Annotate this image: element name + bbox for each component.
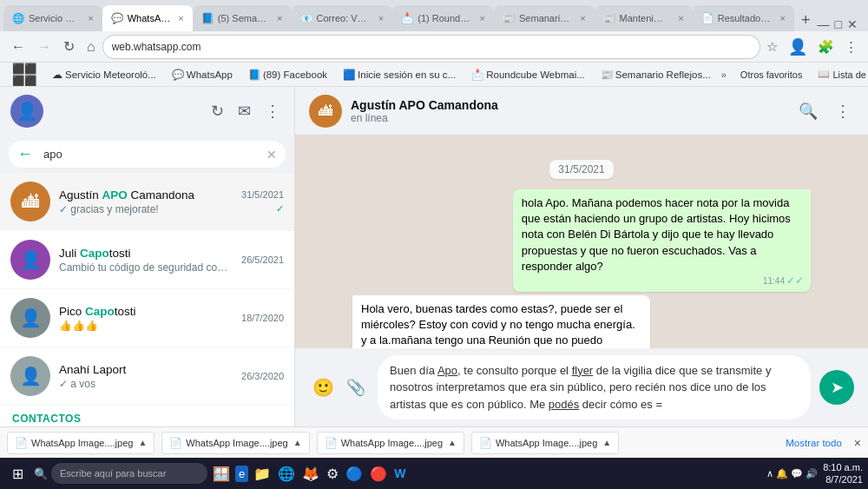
- extension-icon[interactable]: 🧩: [814, 36, 838, 58]
- download-icon-3: 📄: [325, 437, 338, 449]
- my-avatar[interactable]: 👤: [10, 95, 43, 128]
- download-caret-3[interactable]: ▲: [448, 438, 457, 447]
- menu-icon[interactable]: ⋮: [261, 98, 284, 124]
- contact-date-juli: 26/5/2021: [241, 254, 284, 265]
- tab-1[interactable]: 🌐 Servicio M... ×: [3, 5, 102, 31]
- taskbar-browser-icon[interactable]: e: [235, 466, 248, 482]
- bookmark-servicio[interactable]: ☁ Servicio Meteoroló...: [47, 67, 161, 83]
- send-button[interactable]: ➤: [819, 370, 854, 405]
- bookmarks-bar: ⬛⬛⬛⬛ ☁ Servicio Meteoroló... 💬 WhatsApp …: [0, 63, 868, 87]
- contact-check-agustin: ✓: [276, 203, 284, 215]
- emoji-button[interactable]: 🙂: [309, 373, 338, 401]
- download-caret-4[interactable]: ▲: [602, 438, 611, 447]
- maximize-icon[interactable]: □: [835, 17, 842, 31]
- clear-search-icon[interactable]: ✕: [266, 148, 277, 162]
- contacts-section-label: CONTACTOS: [0, 406, 294, 426]
- more-options-icon[interactable]: ⋮: [841, 36, 861, 58]
- tab-5-favicon: 📩: [401, 12, 413, 24]
- message-input[interactable]: Buen día Apo, te consulto porque el flye…: [378, 355, 811, 420]
- bookmark-correo[interactable]: 🟦 Inicie sesión en su c...: [338, 67, 461, 83]
- tab-4[interactable]: 📧 Correo: VE... ×: [292, 5, 393, 31]
- chat-item-agustin[interactable]: 🏙 Agustín APO Camandona ✓ gracias y mejo…: [0, 173, 294, 231]
- new-chat-icon[interactable]: ✉: [234, 98, 254, 124]
- start-button[interactable]: ⊞: [5, 462, 30, 486]
- reading-list[interactable]: 📖 Lista de lectura: [812, 67, 868, 82]
- download-item-4[interactable]: 📄 WhatsApp Image....jpeg ▲: [471, 432, 619, 454]
- taskbar-cortana-icon[interactable]: 🪟: [211, 464, 232, 484]
- search-chat-button[interactable]: 🔍: [795, 98, 821, 124]
- taskbar-app2-icon[interactable]: 🔴: [368, 464, 389, 484]
- minimize-icon[interactable]: —: [818, 17, 830, 31]
- tab-3-close[interactable]: ×: [277, 13, 282, 23]
- tab-8-close[interactable]: ×: [780, 13, 786, 23]
- chat-menu-button[interactable]: ⋮: [832, 98, 854, 124]
- taskbar-settings-icon[interactable]: ⚙: [325, 464, 340, 484]
- bookmark-favicon-3: 📘: [248, 69, 260, 81]
- chat-item-anahi[interactable]: 👤 Anahí Laport ✓ a vos 26/3/2020: [0, 347, 294, 406]
- profile-icon[interactable]: 👤: [785, 34, 811, 60]
- status-button[interactable]: ↻: [207, 98, 227, 124]
- contact-name-anahi: Anahí Laport: [59, 363, 233, 376]
- forward-button[interactable]: →: [33, 36, 56, 58]
- other-favorites[interactable]: Otros favoritos: [735, 68, 808, 82]
- download-item-3[interactable]: 📄 WhatsApp Image....jpeg ▲: [317, 432, 464, 454]
- chat-item-juli[interactable]: 👤 Juli Capotosti Cambió tu código de seg…: [0, 231, 294, 289]
- back-button[interactable]: ←: [7, 36, 30, 58]
- refresh-button[interactable]: ↻: [59, 35, 79, 58]
- bookmark-roundcube[interactable]: 📩 Roundcube Webmai...: [466, 67, 590, 83]
- home-button[interactable]: ⌂: [82, 36, 100, 58]
- apps-grid-icon[interactable]: ⬛⬛⬛⬛: [7, 63, 42, 87]
- tab-8-label: Resultados...: [718, 13, 773, 23]
- close-icon[interactable]: ✕: [847, 17, 858, 31]
- tab-4-favicon: 📧: [300, 12, 312, 24]
- bookmark-semanario[interactable]: 📰 Semanario Reflejos...: [595, 67, 716, 83]
- back-to-chats-button[interactable]: ←: [17, 145, 33, 163]
- new-tab-button[interactable]: +: [794, 11, 818, 30]
- tab-6[interactable]: 📰 Semanario... ×: [494, 5, 595, 31]
- taskbar-app1-icon[interactable]: 🔵: [344, 464, 365, 484]
- download-bar-close[interactable]: ×: [854, 436, 861, 450]
- tab-1-close[interactable]: ×: [88, 13, 93, 23]
- taskbar-folder-icon[interactable]: 📁: [252, 464, 273, 484]
- tab-8[interactable]: 📄 Resultados... ×: [693, 5, 794, 31]
- tab-7[interactable]: 📰 Mantenimi... ×: [595, 5, 693, 31]
- download-caret-2[interactable]: ▲: [293, 438, 302, 447]
- tab-3[interactable]: 📘 (5) Seman... ×: [193, 5, 292, 31]
- contact-meta-juli: 26/5/2021: [241, 254, 284, 265]
- tab-2[interactable]: 💬 WhatsApp ×: [102, 5, 193, 31]
- tab-2-close[interactable]: ×: [178, 13, 183, 23]
- bookmark-icon[interactable]: ☆: [763, 36, 781, 58]
- tab-1-label: Servicio M...: [29, 13, 80, 23]
- search-input[interactable]: [43, 148, 260, 161]
- tab-5[interactable]: 📩 (1) Roundc... ×: [392, 5, 494, 31]
- chat-item-pico[interactable]: 👤 Pico Capotosti 👍👍👍 18/7/2020: [0, 289, 294, 347]
- taskbar-firefox-icon[interactable]: 🦊: [300, 464, 321, 484]
- contact-list: 🏙 Agustín APO Camandona ✓ gracias y mejo…: [0, 173, 294, 426]
- address-bar[interactable]: [103, 36, 760, 58]
- bookmark-whatsapp[interactable]: 💬 WhatsApp: [167, 67, 238, 83]
- contact-preview-pico: 👍👍👍: [59, 320, 233, 332]
- tab-7-close[interactable]: ×: [678, 13, 683, 23]
- tab-4-close[interactable]: ×: [378, 13, 384, 23]
- taskbar-chrome-icon[interactable]: 🌐: [276, 464, 297, 484]
- tab-8-favicon: 📄: [701, 12, 713, 24]
- download-item-1[interactable]: 📄 WhatsApp Image....jpeg ▲: [7, 432, 155, 454]
- download-caret-1[interactable]: ▲: [138, 438, 147, 447]
- attach-button[interactable]: 📎: [343, 374, 369, 400]
- show-all-button[interactable]: Mostrar todo: [786, 438, 842, 448]
- taskbar-search[interactable]: [51, 463, 207, 484]
- tab-3-favicon: 📘: [201, 12, 214, 24]
- download-label-1: WhatsApp Image....jpeg: [31, 438, 133, 448]
- taskbar: ⊞ 🔍 🪟 e 📁 🌐 🦊 ⚙ 🔵 🔴 W ∧ 🔔 💬 🔊 8:10 a.m. …: [0, 458, 868, 489]
- more-bookmarks[interactable]: »: [721, 69, 727, 80]
- bubble-2: Hola vero, buenas tardes como estas?, pu…: [352, 295, 650, 348]
- tab-6-close[interactable]: ×: [580, 13, 585, 23]
- download-item-2[interactable]: 📄 WhatsApp Image....jpeg ▲: [161, 432, 309, 454]
- taskbar-date-display: 8/7/2021: [823, 473, 863, 486]
- taskbar-word-icon[interactable]: W: [392, 465, 407, 482]
- chat-header-avatar[interactable]: 🏙: [309, 95, 342, 128]
- taskbar-pinned-icons: 🪟 e 📁 🌐 🦊 ⚙ 🔵 🔴 W: [211, 464, 407, 484]
- tab-4-label: Correo: VE...: [317, 13, 371, 23]
- bookmark-facebook[interactable]: 📘 (89) Facebook: [243, 67, 332, 83]
- tab-5-close[interactable]: ×: [480, 13, 485, 23]
